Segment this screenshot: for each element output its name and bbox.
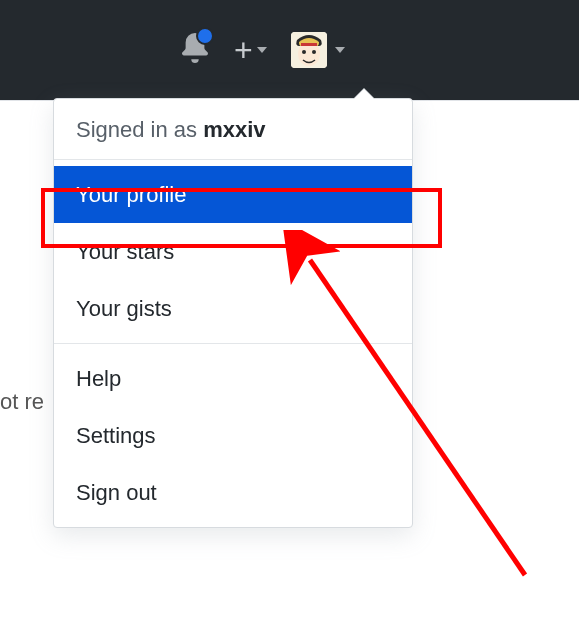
signed-in-prefix: Signed in as — [76, 117, 203, 142]
plus-icon: + — [234, 34, 253, 66]
notification-dot-icon — [196, 27, 214, 45]
top-header: + — [0, 0, 579, 100]
svg-rect-4 — [301, 43, 317, 46]
avatar — [291, 32, 327, 68]
user-menu-button[interactable] — [291, 32, 345, 68]
user-dropdown-menu: Signed in as mxxiv Your profile Your sta… — [53, 98, 413, 528]
header-actions: + — [180, 32, 345, 68]
menu-group-account: Help Settings Sign out — [54, 344, 412, 527]
svg-point-2 — [302, 50, 306, 54]
dropdown-signed-in-as: Signed in as mxxiv — [54, 99, 412, 159]
menu-item-help[interactable]: Help — [54, 350, 412, 407]
menu-group-profile: Your profile Your stars Your gists — [54, 160, 412, 343]
create-new-button[interactable]: + — [234, 34, 267, 66]
caret-down-icon — [335, 47, 345, 53]
menu-item-settings[interactable]: Settings — [54, 407, 412, 464]
username: mxxiv — [203, 117, 265, 142]
menu-item-sign-out[interactable]: Sign out — [54, 464, 412, 521]
caret-down-icon — [257, 47, 267, 53]
menu-item-your-profile[interactable]: Your profile — [54, 166, 412, 223]
notifications-button[interactable] — [180, 33, 210, 67]
menu-item-your-stars[interactable]: Your stars — [54, 223, 412, 280]
background-text-fragment: ot re — [0, 389, 44, 415]
menu-item-your-gists[interactable]: Your gists — [54, 280, 412, 337]
svg-point-3 — [312, 50, 316, 54]
